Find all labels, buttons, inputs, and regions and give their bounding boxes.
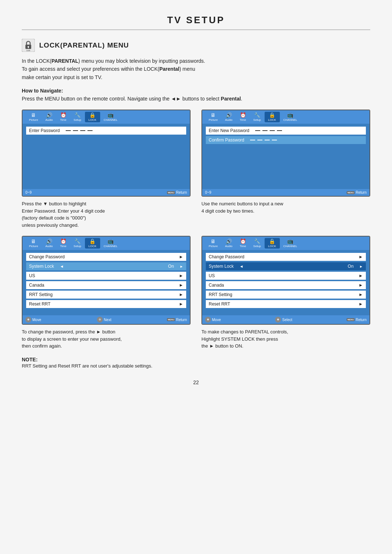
nav-setup-4: 🔧 Setup bbox=[250, 238, 265, 249]
nav-time-3: ⏰ Time bbox=[56, 238, 70, 249]
tv-footer-4: ⊕Move ⊕Select MENU Return bbox=[202, 315, 369, 324]
change-password-row-3: Change Password ► bbox=[26, 253, 186, 261]
screen3-block: 🖥 Picture 🔊 Audio ⏰ Time 🔧 Setup 🔒 bbox=[22, 236, 191, 350]
footer-return-2: MENU Return bbox=[347, 190, 367, 194]
tv-screen-2: 🖥 Picture 🔊 Audio ⏰ Time 🔧 Setup 🔒 bbox=[201, 110, 370, 197]
nav-audio-2: 🔊 Audio bbox=[221, 112, 236, 122]
canada-row-3: Canada ► bbox=[26, 281, 186, 289]
intro-text: In the LOCK(PARENTAL) menu you may block… bbox=[22, 57, 370, 81]
nav-channel-4: 📺 CHANNEL bbox=[280, 238, 301, 249]
note-label: NOTE: bbox=[22, 357, 38, 362]
screen1-block: 🖥 Picture 🔊 Audio ⏰ Time 🔧 Setup 🔒 bbox=[22, 110, 191, 229]
nav-setup-2: 🔧 Setup bbox=[250, 112, 265, 122]
screen1-caption: Press the ▼ button to highlightEnter Pas… bbox=[22, 200, 191, 229]
nav-picture-1: 🖥 Picture bbox=[25, 112, 42, 122]
footer-return-3: MENU Return bbox=[167, 318, 187, 322]
footer-next-3: ⊙Next bbox=[97, 317, 111, 323]
nav-audio-3: 🔊 Audio bbox=[42, 238, 56, 249]
enter-new-password-row: Enter New Password bbox=[206, 127, 366, 135]
us-row-3: US ► bbox=[26, 272, 186, 280]
system-lock-row-4: System Lock ◄ On ► bbox=[206, 262, 366, 270]
tv-content-1: Enter Password bbox=[23, 124, 190, 189]
nav-picture-2: 🖥 Picture bbox=[205, 112, 221, 122]
footer-09-2: 0~9 bbox=[205, 190, 211, 194]
change-password-row-4: Change Password ► bbox=[206, 253, 366, 261]
footer-return-1: MENU Return bbox=[167, 190, 187, 194]
nav-lock-2: 🔒 LOCK bbox=[265, 112, 280, 122]
svg-text:Lock: Lock bbox=[26, 49, 30, 52]
nav-setup-3: 🔧 Setup bbox=[70, 238, 85, 249]
tv-content-3: Change Password ► System Lock ◄ On ► US … bbox=[23, 250, 190, 315]
lock-parental-icon: Lock bbox=[22, 39, 35, 52]
note-section: NOTE: RRT Setting and Reset RRT are not … bbox=[22, 356, 370, 369]
nav-audio-1: 🔊 Audio bbox=[42, 112, 56, 122]
screen2-caption: Use the numeric buttons to input a new4 … bbox=[201, 200, 370, 214]
nav-bar-3: 🖥 Picture 🔊 Audio ⏰ Time 🔧 Setup 🔒 bbox=[23, 237, 190, 250]
nav-lock-1: 🔒 LOCK bbox=[85, 112, 100, 122]
how-to-navigate-label: How to Navigate: bbox=[22, 88, 370, 94]
reset-rrt-row-4: Reset RRT ► bbox=[206, 300, 366, 308]
nav-time-4: ⏰ Time bbox=[236, 238, 249, 249]
screen4-caption: To make changes to PARENTAL controls,Hig… bbox=[201, 328, 370, 350]
screen2-block: 🖥 Picture 🔊 Audio ⏰ Time 🔧 Setup 🔒 bbox=[201, 110, 370, 229]
tv-footer-2: 0~9 MENU Return bbox=[202, 189, 369, 196]
tv-footer-1: 0~9 MENU Return bbox=[23, 189, 190, 196]
page-title: TV SETUP bbox=[22, 15, 370, 30]
nav-channel-3: 📺 CHANNEL bbox=[100, 238, 121, 249]
confirm-password-row: Confirm Password bbox=[206, 136, 366, 144]
tv-content-4: Change Password ► System Lock ◄ On ► US … bbox=[202, 250, 369, 315]
screen4-block: 🖥 Picture 🔊 Audio ⏰ Time 🔧 Setup 🔒 bbox=[201, 236, 370, 350]
tv-screen-3: 🖥 Picture 🔊 Audio ⏰ Time 🔧 Setup 🔒 bbox=[22, 236, 191, 325]
nav-bar-2: 🖥 Picture 🔊 Audio ⏰ Time 🔧 Setup 🔒 bbox=[202, 110, 369, 124]
section-title: LOCK(PARENTAL) MENU bbox=[39, 41, 129, 49]
rrt-setting-row-4: RRT Setting ► bbox=[206, 291, 366, 299]
nav-picture-4: 🖥 Picture bbox=[205, 238, 221, 249]
note-text: RRT Setting and Reset RRT are not user's… bbox=[22, 363, 152, 369]
nav-audio-4: 🔊 Audio bbox=[221, 238, 236, 249]
enter-password-row: Enter Password bbox=[26, 127, 186, 135]
nav-channel-1: 📺 CHANNEL bbox=[100, 112, 121, 122]
nav-lock-4: 🔒 LOCK bbox=[265, 238, 280, 249]
nav-bar-1: 🖥 Picture 🔊 Audio ⏰ Time 🔧 Setup 🔒 bbox=[23, 110, 190, 124]
nav-bar-4: 🖥 Picture 🔊 Audio ⏰ Time 🔧 Setup 🔒 bbox=[202, 237, 369, 250]
screen3-caption: To change the password, press the ► butt… bbox=[22, 328, 191, 350]
nav-time-1: ⏰ Time bbox=[56, 112, 70, 122]
tv-content-2: Enter New Password Confirm Password bbox=[202, 124, 369, 189]
footer-09-1: 0~9 bbox=[25, 190, 32, 194]
footer-return-4: MENU Return bbox=[347, 318, 367, 322]
reset-rrt-row-3: Reset RRT ► bbox=[26, 300, 186, 308]
nav-time-2: ⏰ Time bbox=[236, 112, 249, 122]
system-lock-row-3: System Lock ◄ On ► bbox=[26, 262, 186, 270]
nav-channel-2: 📺 CHANNEL bbox=[280, 112, 301, 122]
footer-select-4: ⊕Select bbox=[275, 317, 292, 323]
page-number: 22 bbox=[22, 379, 370, 385]
canada-row-4: Canada ► bbox=[206, 281, 366, 289]
tv-screen-1: 🖥 Picture 🔊 Audio ⏰ Time 🔧 Setup 🔒 bbox=[22, 110, 191, 197]
nav-setup-1: 🔧 Setup bbox=[70, 112, 85, 122]
navigate-text: Press the MENU button on the remote cont… bbox=[22, 96, 370, 102]
nav-lock-3: 🔒 LOCK bbox=[85, 238, 100, 249]
footer-move-4: ⊕Move bbox=[205, 317, 221, 323]
nav-picture-3: 🖥 Picture bbox=[25, 238, 42, 249]
footer-move-3: ⊕Move bbox=[25, 317, 41, 323]
tv-screen-4: 🖥 Picture 🔊 Audio ⏰ Time 🔧 Setup 🔒 bbox=[201, 236, 370, 325]
tv-footer-3: ⊕Move ⊙Next MENU Return bbox=[23, 315, 190, 324]
us-row-4: US ► bbox=[206, 272, 366, 280]
svg-rect-3 bbox=[28, 47, 29, 48]
rrt-setting-row-3: RRT Setting ► bbox=[26, 291, 186, 299]
